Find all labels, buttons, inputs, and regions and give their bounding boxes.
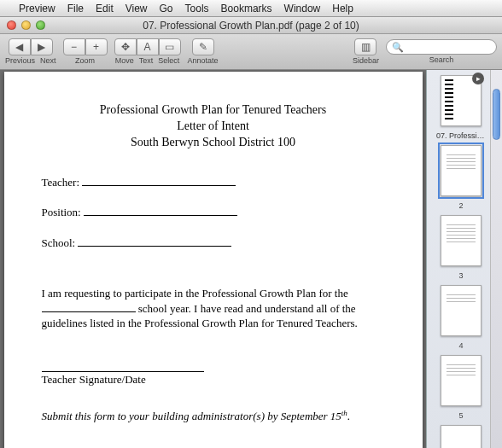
select-label: Select	[158, 56, 179, 65]
thumb-num-3: 3	[458, 271, 463, 280]
select-tool-button[interactable]: ▭	[159, 38, 181, 55]
content-area: Professional Growth Plan for Tenured Tea…	[0, 70, 502, 448]
minus-icon: −	[71, 41, 77, 53]
search-input[interactable]: 🔍	[386, 39, 497, 55]
sidebar-label: Sidebar	[353, 56, 379, 65]
annotate-label: Annotate	[188, 56, 219, 65]
field-teacher: Teacher:	[42, 175, 385, 190]
arrow-right-icon: ▶	[38, 41, 45, 53]
thumbnail-2[interactable]	[441, 145, 482, 196]
menu-file[interactable]: File	[67, 3, 84, 15]
previous-page-button[interactable]: ◀	[9, 38, 31, 55]
text-tool-button[interactable]: A	[137, 38, 159, 55]
text-icon: A	[144, 41, 151, 53]
menu-view[interactable]: View	[125, 3, 148, 15]
annotate-button[interactable]: ✎	[192, 38, 214, 55]
doc-heading-2: Letter of Intent	[42, 119, 385, 135]
thumb-num-2: 2	[458, 201, 463, 210]
close-button[interactable]	[7, 20, 16, 30]
signature-label: Teacher Signature/Date	[42, 372, 385, 387]
submit-instruction: Submit this form to your building admini…	[42, 408, 385, 424]
menu-help[interactable]: Help	[332, 3, 353, 15]
thumbnail-6[interactable]	[441, 425, 482, 448]
annotate-icon: ✎	[199, 41, 207, 53]
zoom-out-button[interactable]: −	[63, 38, 85, 55]
thumbnail-5[interactable]	[441, 355, 482, 406]
move-tool-button[interactable]: ✥	[114, 38, 137, 55]
field-position: Position:	[42, 205, 385, 220]
expand-icon[interactable]: ▸	[472, 73, 484, 84]
thumbnail-scrollbar[interactable]	[490, 70, 502, 448]
zoom-in-button[interactable]: +	[85, 38, 108, 55]
thumb-num-4: 4	[458, 341, 463, 350]
sidebar-toggle-button[interactable]: ▥	[354, 38, 376, 55]
thumbnail-sidebar: ▸ 07. Professional… 2 3 4 5 6	[426, 70, 502, 448]
field-school: School:	[42, 236, 385, 251]
thumb-num-5: 5	[458, 411, 463, 420]
select-icon: ▭	[165, 41, 174, 53]
toolbar: ◀ ▶ PreviousNext − + Zoom ✥ A ▭ MoveText…	[0, 34, 502, 70]
window-titlebar: 07. Professional Growth Plan.pdf (page 2…	[0, 17, 502, 34]
menu-go[interactable]: Go	[160, 3, 173, 15]
text-label: Text	[139, 56, 154, 65]
search-icon: 🔍	[392, 42, 404, 53]
thumbnail-filename: 07. Professional…	[436, 131, 486, 140]
move-label: Move	[115, 56, 134, 65]
arrow-left-icon: ◀	[15, 41, 23, 53]
next-label: Next	[40, 56, 56, 65]
plus-icon: +	[93, 41, 99, 53]
zoom-label: Zoom	[75, 56, 95, 65]
next-page-button[interactable]: ▶	[31, 38, 53, 55]
menu-bookmarks[interactable]: Bookmarks	[221, 3, 272, 15]
thumbnail-4[interactable]	[441, 285, 482, 336]
zoom-button[interactable]	[36, 20, 45, 30]
menu-tools[interactable]: Tools	[185, 3, 209, 15]
menubar: Preview File Edit View Go Tools Bookmark…	[0, 0, 502, 17]
thumbnail-1[interactable]: ▸	[441, 75, 482, 126]
sidebar-icon: ▥	[361, 41, 371, 53]
body-paragraph: I am requesting to participate in the Pr…	[42, 286, 385, 331]
scrollbar-thumb[interactable]	[493, 89, 500, 140]
move-icon: ✥	[121, 41, 130, 53]
window-title: 07. Professional Growth Plan.pdf (page 2…	[0, 20, 502, 32]
pdf-page: Professional Growth Plan for Tenured Tea…	[4, 72, 423, 448]
signature-line	[42, 360, 204, 372]
doc-heading-1: Professional Growth Plan for Tenured Tea…	[42, 102, 385, 119]
menu-edit[interactable]: Edit	[96, 3, 114, 15]
document-pane[interactable]: Professional Growth Plan for Tenured Tea…	[0, 70, 426, 448]
previous-label: Previous	[5, 56, 35, 65]
menu-window[interactable]: Window	[284, 3, 321, 15]
menu-preview[interactable]: Preview	[19, 3, 55, 15]
minimize-button[interactable]	[21, 20, 31, 30]
search-label: Search	[429, 55, 454, 64]
doc-heading-3: South Berwyn School District 100	[42, 135, 385, 151]
thumbnail-3[interactable]	[441, 215, 482, 266]
